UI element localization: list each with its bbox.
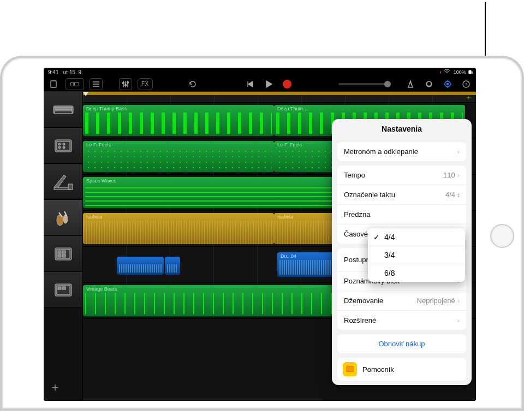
row-timesig[interactable]: Označenie taktu 4/4 ▴▾ xyxy=(337,185,466,205)
status-right: 100% xyxy=(440,68,472,76)
region-label: Lo-Fi Feels xyxy=(86,142,111,147)
chevron-right-icon: › xyxy=(457,147,460,156)
row-jam[interactable]: Džemovanie Nepripojené› xyxy=(337,291,466,311)
label-timediv: Časové xyxy=(344,230,368,238)
svg-rect-27 xyxy=(55,107,72,110)
metronome-button[interactable] xyxy=(404,78,417,90)
region-label: Du...04 xyxy=(281,253,296,259)
svg-rect-46 xyxy=(58,255,61,257)
track-header-2[interactable] xyxy=(44,128,82,164)
region[interactable]: Lo-Fi Feels xyxy=(83,141,274,172)
tracks-view-button[interactable] xyxy=(90,78,103,90)
track-header-1[interactable] xyxy=(44,92,82,128)
fx-button[interactable]: FX xyxy=(138,78,153,90)
record-button[interactable] xyxy=(281,78,294,90)
chevron-right-icon: › xyxy=(457,171,460,179)
svg-point-32 xyxy=(63,143,65,145)
region-label: Isabela xyxy=(277,214,293,220)
label-metronome: Metronóm a odklepanie xyxy=(344,147,418,156)
svg-rect-2 xyxy=(74,82,79,86)
region-label: Deep Thump Bass xyxy=(86,106,127,111)
settings-title: Nastavenia xyxy=(332,119,472,138)
label-advanced: Rozšírené xyxy=(344,316,376,324)
svg-point-31 xyxy=(58,143,61,145)
region[interactable]: Isabela xyxy=(83,213,274,244)
svg-marker-35 xyxy=(54,175,66,188)
loop-browser-button[interactable] xyxy=(422,78,436,90)
region[interactable]: Deep Thump Bass xyxy=(83,105,274,136)
master-volume-slider[interactable] xyxy=(338,83,388,85)
region-label: Space Waves xyxy=(86,178,116,184)
track-header-3[interactable] xyxy=(44,164,82,200)
settings-button[interactable] xyxy=(441,78,454,90)
value-jam: Nepripojené xyxy=(417,297,455,305)
label-help: Pomocník xyxy=(362,365,394,374)
add-track-button[interactable]: ＋ xyxy=(49,379,61,395)
svg-point-33 xyxy=(58,146,61,149)
recording-indicator-icon xyxy=(440,71,440,74)
go-to-start-button[interactable] xyxy=(243,78,257,90)
svg-rect-37 xyxy=(68,184,73,190)
timesig-option[interactable]: 6/8 xyxy=(368,264,465,282)
svg-point-39 xyxy=(63,215,68,223)
svg-point-19 xyxy=(447,83,449,85)
svg-rect-45 xyxy=(62,251,66,253)
record-icon xyxy=(283,80,291,88)
row-metronome[interactable]: Metronóm a odklepanie › xyxy=(337,142,466,161)
slider-thumb[interactable] xyxy=(384,81,391,87)
main-area: ＋ ＋ Deep Thump Bass xyxy=(44,92,476,401)
svg-rect-47 xyxy=(62,255,66,257)
help-button-toolbar[interactable]: ? xyxy=(460,78,473,90)
stepper-icon: ▴▾ xyxy=(457,192,460,198)
value-timesig: 4/4 xyxy=(445,191,455,199)
label-timesig: Označenie taktu xyxy=(344,191,395,199)
svg-point-9 xyxy=(123,82,124,84)
label-jam: Džemovanie xyxy=(344,297,383,305)
label-keysig: Predzna xyxy=(344,210,370,218)
row-keysig[interactable]: Predzna xyxy=(337,205,466,224)
app-screen: 9:41 ut 15. 9. 100% xyxy=(44,68,476,401)
value-tempo: 110 xyxy=(443,171,455,179)
row-tempo[interactable]: Tempo 110› xyxy=(337,165,466,185)
svg-point-34 xyxy=(63,146,65,149)
region-label: Isabela xyxy=(86,214,102,220)
undo-button[interactable] xyxy=(186,78,199,90)
svg-rect-0 xyxy=(51,81,56,87)
track-header-5[interactable] xyxy=(44,236,82,272)
svg-rect-28 xyxy=(55,111,72,114)
cycle-region[interactable] xyxy=(83,92,476,95)
timesig-option[interactable]: 4/4 xyxy=(368,228,465,246)
track-header-4[interactable] xyxy=(44,200,82,236)
ruler[interactable]: ＋ xyxy=(83,92,476,103)
restore-purchase-button[interactable]: Obnoviť nákup xyxy=(337,334,466,353)
settings-popover: Nastavenia Metronóm a odklepanie › Tempo… xyxy=(332,119,472,385)
svg-rect-51 xyxy=(62,287,66,289)
wifi-icon xyxy=(443,68,451,76)
svg-point-10 xyxy=(125,84,127,86)
svg-text:?: ? xyxy=(465,82,468,87)
timesig-dropdown: 4/4 3/4 6/8 xyxy=(368,228,465,282)
svg-marker-13 xyxy=(248,81,253,87)
svg-rect-50 xyxy=(58,287,61,289)
home-button[interactable] xyxy=(490,224,514,248)
browser-button[interactable] xyxy=(66,78,84,90)
region[interactable] xyxy=(117,257,164,275)
playhead[interactable] xyxy=(83,92,88,97)
region[interactable] xyxy=(165,257,180,275)
row-help[interactable]: Pomocník xyxy=(337,358,466,381)
track-headers: ＋ xyxy=(44,92,83,401)
battery-icon xyxy=(468,70,472,74)
svg-rect-1 xyxy=(71,82,74,86)
mixer-button[interactable] xyxy=(119,78,132,90)
help-book-icon xyxy=(343,362,357,376)
row-advanced[interactable]: Rozšírené › xyxy=(337,311,466,330)
my-songs-button[interactable] xyxy=(47,78,60,90)
track-header-6[interactable] xyxy=(44,272,82,308)
svg-point-11 xyxy=(127,81,129,83)
timesig-option[interactable]: 3/4 xyxy=(368,246,465,264)
status-left: 9:41 ut 15. 9. xyxy=(48,69,83,75)
play-button[interactable] xyxy=(262,78,275,90)
chevron-right-icon: › xyxy=(457,316,460,324)
add-section-button[interactable]: ＋ xyxy=(465,93,472,102)
toolbar: FX xyxy=(44,76,476,92)
